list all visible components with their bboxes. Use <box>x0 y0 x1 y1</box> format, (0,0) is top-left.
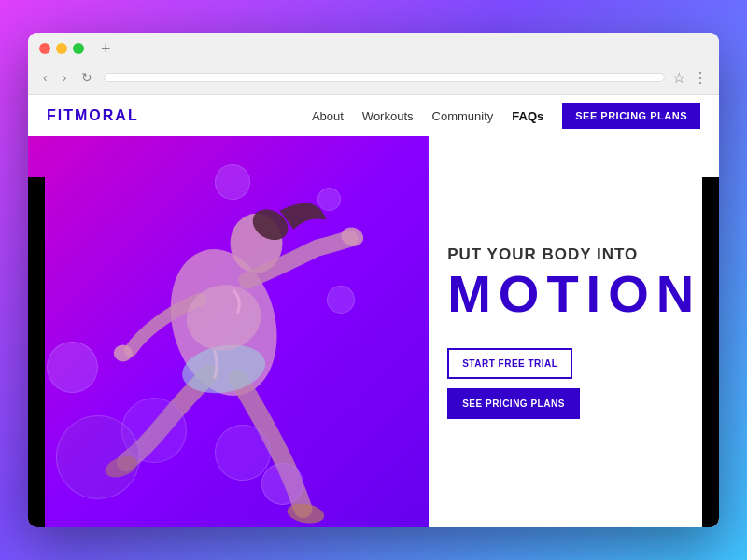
browser-menu-icon[interactable]: ⋮ <box>693 69 708 87</box>
hero-buttons: START FREE TRIAL SEE PRICING PLANS <box>447 348 691 419</box>
bubble-1 <box>215 164 250 200</box>
bubble-6 <box>261 463 303 505</box>
bubble-4 <box>47 342 98 393</box>
hero-right-panel: PUT YOUR BODY INTO MOTION START FREE TRI… <box>429 136 719 527</box>
nav-faqs[interactable]: FAQs <box>512 109 543 123</box>
url-bar[interactable] <box>104 73 665 82</box>
browser-window: + ‹ › ↻ ☆ ⋮ FITMORAL About Workouts Comm… <box>28 33 719 527</box>
forward-button[interactable]: › <box>59 68 71 87</box>
hero-left-panel <box>28 136 429 527</box>
left-sidebar-bar <box>28 177 45 527</box>
hero-subtitle: PUT YOUR BODY INTO <box>447 245 691 264</box>
site-navigation: FITMORAL About Workouts Community FAQs S… <box>28 95 719 136</box>
nav-workouts[interactable]: Workouts <box>362 109 414 123</box>
nav-about[interactable]: About <box>312 109 344 123</box>
titlebar: + <box>28 33 719 64</box>
maximize-dot[interactable] <box>73 43 84 54</box>
bubble-7 <box>56 415 140 499</box>
nav-links: About Workouts Community FAQs SEE PRICIN… <box>312 103 700 129</box>
bubble-2 <box>317 188 341 211</box>
hero-title: MOTION <box>447 268 691 320</box>
site-logo: FITMORAL <box>47 107 139 124</box>
refresh-button[interactable]: ↻ <box>78 68 96 87</box>
nav-pricing-button[interactable]: SEE PRICING PLANS <box>562 103 700 129</box>
website-content: FITMORAL About Workouts Community FAQs S… <box>28 95 719 527</box>
minimize-dot[interactable] <box>56 43 67 54</box>
bookmark-icon[interactable]: ☆ <box>672 69 685 87</box>
svg-point-6 <box>114 344 133 361</box>
hero-section: PUT YOUR BODY INTO MOTION START FREE TRI… <box>28 136 719 527</box>
nav-community[interactable]: Community <box>432 109 494 123</box>
see-pricing-button[interactable]: SEE PRICING PLANS <box>447 388 580 419</box>
addressbar: ‹ › ↻ ☆ ⋮ <box>28 64 719 94</box>
bubble-8 <box>215 425 271 481</box>
bubble-3 <box>327 286 355 314</box>
close-dot[interactable] <box>39 43 50 54</box>
right-sidebar-bar <box>702 177 719 527</box>
back-button[interactable]: ‹ <box>39 68 51 87</box>
new-tab-button[interactable]: + <box>101 40 111 57</box>
start-trial-button[interactable]: START FREE TRIAL <box>447 348 572 379</box>
browser-chrome: + ‹ › ↻ ☆ ⋮ <box>28 33 719 95</box>
